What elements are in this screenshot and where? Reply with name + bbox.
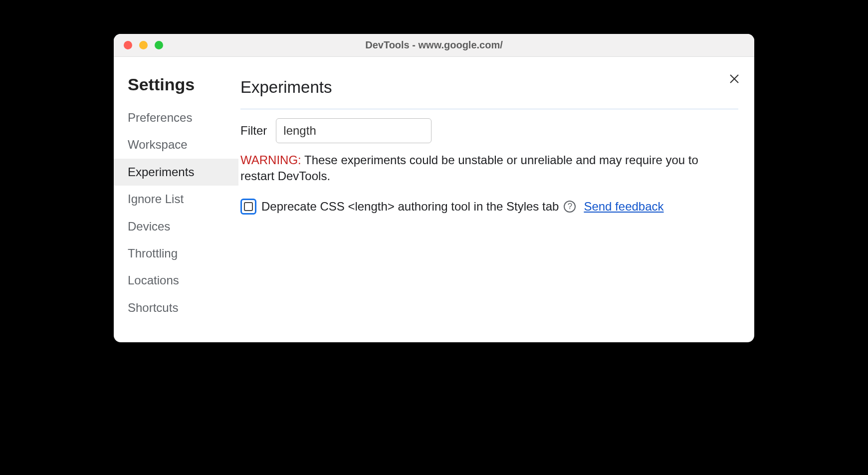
window-title: DevTools - www.google.com/ — [114, 39, 754, 51]
checkbox-inner-icon — [244, 202, 253, 211]
experiment-row: Deprecate CSS <length> authoring tool in… — [240, 199, 738, 215]
page-title: Experiments — [240, 78, 738, 109]
sidebar: Settings Preferences Workspace Experimen… — [114, 57, 238, 342]
window-close-button[interactable] — [124, 41, 132, 49]
window-zoom-button[interactable] — [155, 41, 163, 49]
sidebar-item-devices[interactable]: Devices — [114, 213, 238, 240]
window-controls — [124, 41, 163, 49]
window-body: Settings Preferences Workspace Experimen… — [114, 57, 754, 342]
sidebar-item-preferences[interactable]: Preferences — [114, 104, 238, 131]
help-icon[interactable]: ? — [564, 201, 576, 213]
close-icon[interactable] — [728, 73, 740, 87]
warning-body: These experiments could be unstable or u… — [240, 153, 698, 183]
sidebar-item-workspace[interactable]: Workspace — [114, 131, 238, 158]
filter-input[interactable] — [276, 118, 432, 143]
sidebar-item-locations[interactable]: Locations — [114, 267, 238, 294]
titlebar: DevTools - www.google.com/ — [114, 34, 754, 57]
devtools-window: DevTools - www.google.com/ Settings Pref… — [114, 34, 754, 342]
warning-label: WARNING: — [240, 153, 301, 167]
warning-text: WARNING: These experiments could be unst… — [240, 152, 719, 185]
window-minimize-button[interactable] — [139, 41, 148, 49]
filter-label: Filter — [240, 124, 267, 138]
experiment-label: Deprecate CSS <length> authoring tool in… — [261, 200, 559, 214]
sidebar-item-ignore-list[interactable]: Ignore List — [114, 186, 238, 213]
sidebar-title: Settings — [114, 75, 238, 104]
filter-row: Filter — [240, 118, 738, 143]
experiment-checkbox[interactable] — [240, 199, 256, 215]
send-feedback-link[interactable]: Send feedback — [584, 200, 663, 214]
sidebar-item-experiments[interactable]: Experiments — [114, 159, 238, 186]
sidebar-item-shortcuts[interactable]: Shortcuts — [114, 294, 238, 321]
main-panel: Experiments Filter WARNING: These experi… — [238, 57, 754, 342]
sidebar-item-throttling[interactable]: Throttling — [114, 240, 238, 267]
